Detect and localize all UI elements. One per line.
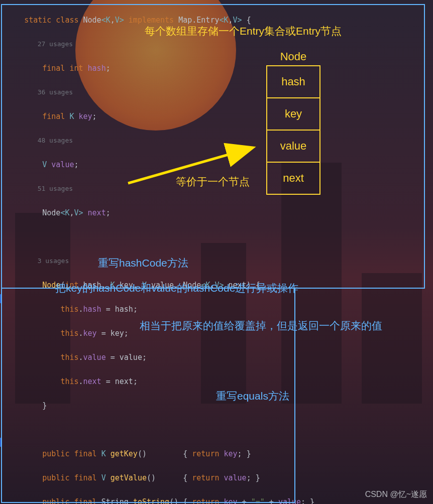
code-line: public final K getKey() { return key; } [6,448,433,460]
usages-hint[interactable]: 48 usages [6,135,433,147]
annotation-top: 每个数组里存储一个Entry集合或Entry节点 [145,24,342,38]
code-line: public final V getValue() { return value… [6,472,433,484]
node-cell-hash: hash [267,66,320,98]
annotation-hashcode: 重写hashCode方法 [98,256,188,270]
usages-hint[interactable]: 27 usages [6,38,433,50]
code-line: Node<K,V> next; [6,207,433,219]
annotation-xor: 把key的hashCode和value的hashCode进行异或操作 [55,281,298,295]
code-line: final int hash; [6,62,433,74]
annotation-equiv: 等价于一个节点 [176,175,250,189]
annotation-equals: 重写equals方法 [216,389,289,403]
node-cell-next: next [267,162,320,194]
node-title: Node [266,50,320,63]
code-line: this.value = value; [6,351,433,363]
gutter-hint[interactable] [0,294,2,303]
node-struct-diagram: Node hash key value next [266,50,320,195]
code-editor[interactable]: static class Node<K,V> implements Map.En… [0,0,433,504]
code-line: this.next = next; [6,375,433,388]
code-line: final K key; [6,110,433,122]
usages-hint[interactable]: 36 usages [6,86,433,98]
node-cell-value: value [267,130,320,162]
node-cell-key: key [267,98,320,130]
gutter-hint[interactable] [0,438,2,447]
code-line: this.hash = hash; [6,303,433,315]
code-line: V value; [6,159,433,171]
usages-hint[interactable]: 3 usages [6,255,433,267]
watermark: CSDN @忆~遂愿 [365,489,427,500]
node-table: hash key value next [266,65,320,195]
annotation-setvalue: 相当于把原来的值给覆盖掉，但是返回一个原来的值 [140,319,382,333]
